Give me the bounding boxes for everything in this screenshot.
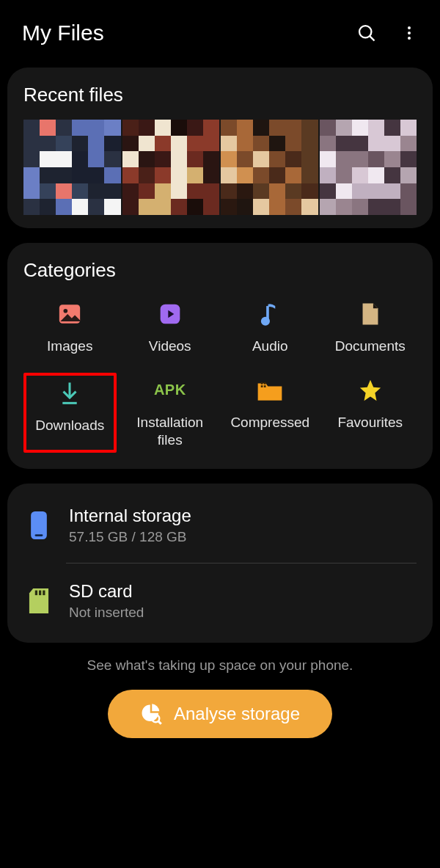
audio-icon bbox=[257, 301, 283, 327]
thumbnail[interactable] bbox=[320, 120, 417, 215]
app-header: My Files bbox=[0, 0, 440, 60]
divider bbox=[66, 563, 417, 564]
recent-files-title: Recent files bbox=[23, 84, 417, 106]
svg-rect-17 bbox=[35, 534, 43, 536]
storage-title: Internal storage bbox=[69, 506, 191, 526]
svg-rect-12 bbox=[261, 382, 263, 384]
footer-hint: See what's taking up space on your phone… bbox=[0, 657, 440, 674]
category-installation-files[interactable]: APK Installation files bbox=[124, 373, 217, 453]
storage-card: Internal storage 57.15 GB / 128 GB SD ca… bbox=[7, 484, 433, 643]
category-label: Installation files bbox=[125, 414, 216, 449]
svg-rect-20 bbox=[43, 591, 45, 596]
more-button[interactable] bbox=[400, 24, 418, 42]
image-icon bbox=[56, 301, 83, 327]
categories-grid: Images Videos Audio Documents Downloads bbox=[23, 296, 417, 453]
category-downloads[interactable]: Downloads bbox=[23, 373, 117, 453]
svg-point-2 bbox=[408, 26, 411, 29]
pie-chart-search-icon bbox=[140, 703, 162, 725]
svg-rect-14 bbox=[261, 385, 263, 387]
download-icon bbox=[56, 380, 83, 406]
category-label: Images bbox=[47, 338, 92, 355]
storage-internal[interactable]: Internal storage 57.15 GB / 128 GB bbox=[23, 500, 417, 551]
svg-rect-19 bbox=[39, 591, 41, 596]
svg-line-22 bbox=[158, 721, 161, 724]
svg-line-1 bbox=[370, 36, 374, 40]
categories-title: Categories bbox=[23, 259, 417, 282]
category-videos[interactable]: Videos bbox=[124, 296, 217, 360]
more-vertical-icon bbox=[400, 24, 418, 42]
categories-card: Categories Images Videos Audio Documents bbox=[7, 243, 433, 469]
svg-point-4 bbox=[408, 37, 411, 40]
category-label: Documents bbox=[335, 338, 406, 355]
document-icon bbox=[357, 301, 384, 327]
recent-files-card: Recent files bbox=[7, 68, 433, 228]
svg-rect-15 bbox=[264, 385, 266, 387]
category-label: Downloads bbox=[35, 417, 104, 434]
category-documents[interactable]: Documents bbox=[324, 296, 417, 360]
storage-info: Internal storage 57.15 GB / 128 GB bbox=[69, 506, 191, 545]
category-label: Videos bbox=[149, 338, 191, 355]
search-button[interactable] bbox=[356, 23, 377, 43]
category-favourites[interactable]: Favourites bbox=[324, 373, 417, 453]
phone-icon bbox=[26, 511, 51, 540]
analyse-button-label: Analyse storage bbox=[174, 704, 300, 724]
analyse-storage-button[interactable]: Analyse storage bbox=[108, 690, 332, 738]
storage-info: SD card Not inserted bbox=[69, 581, 144, 621]
recent-files-thumbnails[interactable] bbox=[23, 120, 417, 215]
video-icon bbox=[157, 301, 183, 327]
storage-title: SD card bbox=[69, 581, 144, 602]
storage-subtitle: 57.15 GB / 128 GB bbox=[69, 529, 191, 545]
storage-sdcard[interactable]: SD card Not inserted bbox=[23, 575, 417, 627]
thumbnail[interactable] bbox=[23, 120, 121, 215]
app-title: My Files bbox=[22, 21, 104, 45]
storage-subtitle: Not inserted bbox=[69, 605, 144, 621]
category-compressed[interactable]: Compressed bbox=[224, 373, 317, 453]
category-label: Audio bbox=[252, 338, 288, 355]
search-icon bbox=[356, 23, 377, 43]
sdcard-icon bbox=[26, 586, 51, 616]
thumbnail[interactable] bbox=[122, 120, 220, 215]
category-label: Compressed bbox=[230, 414, 309, 431]
thumbnail[interactable] bbox=[221, 120, 318, 215]
star-icon bbox=[357, 377, 384, 404]
category-images[interactable]: Images bbox=[23, 296, 117, 360]
svg-point-9 bbox=[261, 317, 270, 326]
apk-icon: APK bbox=[157, 377, 183, 404]
svg-point-3 bbox=[408, 32, 411, 34]
svg-rect-13 bbox=[264, 382, 266, 384]
folder-zip-icon bbox=[257, 377, 283, 404]
svg-point-0 bbox=[359, 26, 371, 37]
svg-point-6 bbox=[64, 309, 68, 313]
category-audio[interactable]: Audio bbox=[224, 296, 317, 360]
header-actions bbox=[356, 23, 418, 43]
svg-rect-18 bbox=[35, 591, 37, 596]
category-label: Favourites bbox=[337, 414, 403, 431]
